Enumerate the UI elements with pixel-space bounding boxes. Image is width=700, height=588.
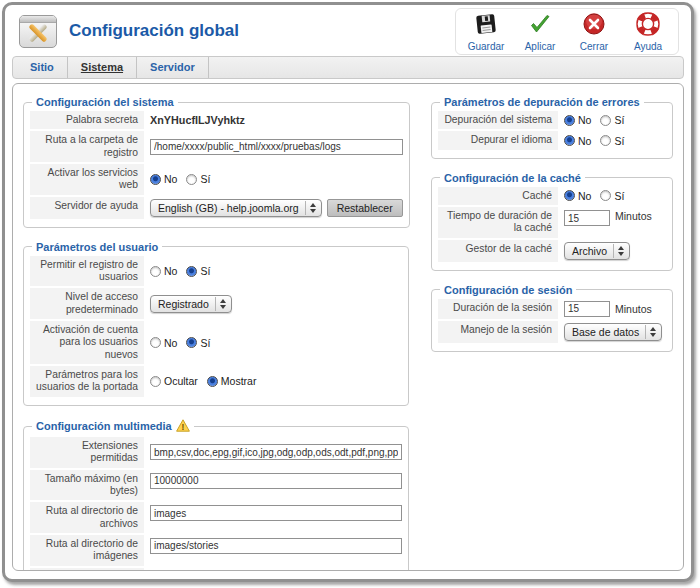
row-allow-registration: Permitir el registro de usuarios No Sí <box>30 256 402 287</box>
row-cache: Caché No Sí <box>438 187 666 205</box>
radio-ocultar[interactable] <box>150 376 161 387</box>
field-label: Tamaño máximo (en bytes) <box>30 470 144 501</box>
field-label: Ruta al directorio de archivos <box>30 502 144 533</box>
help-button[interactable]: Ayuda <box>626 12 670 52</box>
save-button-label: Guardar <box>468 41 505 52</box>
access-level-select[interactable]: Registrado <box>150 295 232 313</box>
select-stepper-icon <box>215 297 228 311</box>
radio-no[interactable] <box>564 190 575 201</box>
field-label: Palabra secreta <box>30 111 144 129</box>
field-label: Parámetros para los usuarios de la porta… <box>30 366 144 397</box>
radio-label: Sí <box>614 190 624 202</box>
radio-label: Sí <box>200 173 210 185</box>
row-max-size: Tamaño máximo (en bytes) <box>30 470 402 501</box>
radio-si[interactable] <box>600 135 611 146</box>
language-debug-radio-group: No Sí <box>564 135 629 147</box>
session-time-input[interactable] <box>564 301 610 317</box>
system-debug-radio-group: No Sí <box>564 114 629 126</box>
section-user: Parámetros del usuario Permitir el regis… <box>23 241 409 406</box>
session-handler-select[interactable]: Base de datos <box>564 323 662 341</box>
section-media-legend: Configuración multimedia <box>36 420 172 432</box>
radio-label: Sí <box>614 114 624 126</box>
radio-si[interactable] <box>600 190 611 201</box>
green-check-icon <box>528 12 552 40</box>
row-session-time: Duración de la sesión Minutos <box>438 299 666 319</box>
section-cache-legend: Configuración de la caché <box>440 172 585 184</box>
row-language-debug: Depurar el idioma No Sí <box>438 131 666 149</box>
global-config-icon <box>19 15 57 48</box>
reset-button[interactable]: Restablecer <box>327 199 403 217</box>
radio-no[interactable] <box>564 135 575 146</box>
field-label: Tiempo de duración de la caché <box>438 207 558 238</box>
tab-sitio[interactable]: Sitio <box>17 57 68 78</box>
minutes-suffix: Minutos <box>615 210 652 222</box>
field-label: Subidas restringidas <box>30 568 144 571</box>
section-debug: Parámetros de depuración de errores Depu… <box>431 96 673 159</box>
radio-label: Sí <box>614 135 624 147</box>
help-server-select[interactable]: English (GB) - help.joomla.org <box>150 199 322 217</box>
apply-button-label: Aplicar <box>525 41 556 52</box>
log-path-input[interactable] <box>150 139 403 155</box>
section-system-legend: Configuración del sistema <box>32 96 178 108</box>
radio-no[interactable] <box>150 337 161 348</box>
field-label: Servidor de ayuda <box>30 197 144 219</box>
radio-si[interactable] <box>600 115 611 126</box>
section-session: Configuración de sesión Duración de la s… <box>431 284 673 352</box>
radio-si[interactable] <box>186 266 197 277</box>
section-debug-legend: Parámetros de depuración de errores <box>440 96 644 108</box>
image-path-input[interactable] <box>150 538 402 554</box>
radio-no[interactable] <box>150 174 161 185</box>
radio-no[interactable] <box>150 266 161 277</box>
close-button-label: Cerrar <box>580 41 608 52</box>
warning-icon: ! <box>176 419 190 434</box>
section-cache: Configuración de la caché Caché No Sí Ti… <box>431 172 673 271</box>
field-label: Ruta a la carpeta de registro <box>30 131 144 162</box>
radio-si[interactable] <box>186 337 197 348</box>
field-label: Nivel de acceso predeterminado <box>30 288 144 319</box>
extensions-input[interactable] <box>150 444 402 460</box>
red-close-icon <box>582 12 606 40</box>
tab-sistema[interactable]: Sistema <box>68 57 137 78</box>
cache-time-input[interactable] <box>564 210 610 226</box>
close-button[interactable]: Cerrar <box>572 12 616 52</box>
radio-no[interactable] <box>564 115 575 126</box>
content-panel: Configuración del sistema Palabra secret… <box>12 83 684 571</box>
help-button-label: Ayuda <box>634 41 662 52</box>
select-value: Archivo <box>572 245 607 257</box>
cache-radio-group: No Sí <box>564 190 629 202</box>
row-cache-handler: Gestor de la caché Archivo <box>438 240 666 262</box>
row-system-debug: Depuración del sistema No Sí <box>438 111 666 129</box>
radio-mostrar[interactable] <box>207 376 218 387</box>
select-value: English (GB) - help.joomla.org <box>158 202 299 214</box>
row-log-path: Ruta a la carpeta de registro <box>30 131 403 162</box>
section-user-legend: Parámetros del usuario <box>32 241 162 253</box>
radio-label: No <box>164 173 177 185</box>
save-button[interactable]: Guardar <box>464 12 508 52</box>
select-value: Base de datos <box>572 326 639 338</box>
radio-label: No <box>578 190 591 202</box>
radio-label: No <box>164 337 177 349</box>
tab-servidor[interactable]: Servidor <box>137 57 209 78</box>
radio-label: No <box>164 265 177 277</box>
row-extensions: Extensiones permitidas <box>30 437 402 468</box>
cache-handler-select[interactable]: Archivo <box>564 242 630 260</box>
select-stepper-icon <box>305 201 318 215</box>
svg-text:!: ! <box>181 421 184 431</box>
select-stepper-icon <box>645 325 658 339</box>
row-frontend-params: Parámetros para los usuarios de la porta… <box>30 366 402 397</box>
field-label: Ruta al directorio de imágenes <box>30 535 144 566</box>
apply-button[interactable]: Aplicar <box>518 12 562 52</box>
left-column: Configuración del sistema Palabra secret… <box>23 96 409 570</box>
max-size-input[interactable] <box>150 473 402 489</box>
radio-label: Sí <box>200 265 210 277</box>
toolbar: Guardar Aplicar <box>455 8 679 55</box>
field-label: Gestor de la caché <box>438 240 558 262</box>
row-help-server: Servidor de ayuda English (GB) - help.jo… <box>30 197 403 219</box>
secret-word-value: XnYHucfILJVyhktz <box>150 114 245 126</box>
row-account-activation: Activación de cuenta para los usuarios n… <box>30 321 402 364</box>
right-column: Parámetros de depuración de errores Depu… <box>431 96 673 570</box>
field-label: Duración de la sesión <box>438 299 558 319</box>
radio-si[interactable] <box>186 174 197 185</box>
file-path-input[interactable] <box>150 505 402 521</box>
floppy-disk-icon <box>474 12 498 40</box>
